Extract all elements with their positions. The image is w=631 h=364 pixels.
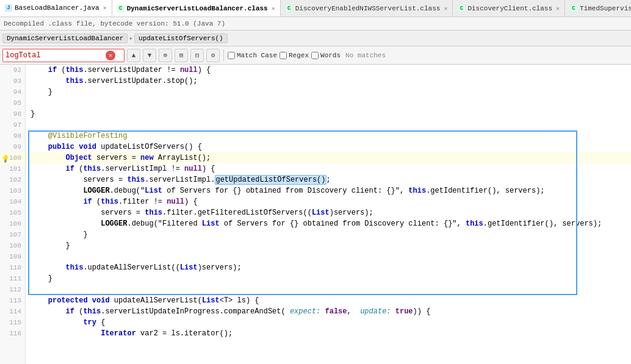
search-input[interactable] [5, 51, 103, 60]
line-number: 108 [0, 240, 25, 251]
table-row [26, 98, 631, 109]
tab-discovery-client[interactable]: C DiscoveryClient.class ✕ [453, 0, 565, 16]
regex-label: Regex [289, 52, 309, 59]
tab-discovery-enabled[interactable]: C DiscoveryEnabledNIWSServerList.class ✕ [281, 0, 453, 16]
line-number: 113 [0, 295, 25, 306]
table-row: } [26, 240, 631, 251]
search-bar: ✕ ▲ ▼ ⊕ ⊞ ⊟ ⚙ Match Case Regex Words No … [0, 46, 631, 65]
breadcrumb-class[interactable]: DynamicServerListLoadBalancer [2, 34, 128, 43]
match-case-option[interactable]: Match Case [228, 52, 277, 59]
search-btn-gear[interactable]: ⚙ [206, 49, 220, 62]
line-number: 94 [0, 87, 25, 98]
table-row: if (this.serverListImpl != null) { [26, 163, 631, 174]
class-file-icon: C [458, 5, 465, 12]
table-row [26, 251, 631, 262]
subtitle-text: Decompiled .class file, bytecode version… [4, 20, 225, 27]
line-number: 💡100 [0, 152, 25, 163]
search-btn-minus[interactable]: ⊟ [190, 49, 204, 62]
tab-close-btn[interactable]: ✕ [272, 5, 275, 12]
subtitle-bar: Decompiled .class file, bytecode version… [0, 17, 631, 30]
line-number: 111 [0, 273, 25, 284]
tab-close-btn[interactable]: ✕ [444, 5, 447, 12]
tab-label: DiscoveryEnabledNIWSServerList.class [295, 5, 441, 12]
line-number: 104 [0, 196, 25, 207]
line-number: 101 [0, 163, 25, 174]
line-number: 93 [0, 76, 25, 87]
table-row: protected void updateAllServerList(List<… [26, 295, 631, 306]
table-row: this.updateAllServerList((List)servers); [26, 262, 631, 273]
line-numbers: 9293949596979899💡10010110210310410510610… [0, 65, 26, 364]
search-clear-button[interactable]: ✕ [106, 51, 115, 60]
line-number: 106 [0, 218, 25, 229]
regex-checkbox[interactable] [279, 52, 287, 59]
table-row: if (this.filter != null) { [26, 196, 631, 207]
line-number: 107 [0, 229, 25, 240]
breadcrumb-class-label: DynamicServerListLoadBalancer [7, 35, 123, 42]
line-number: 98 [0, 130, 25, 141]
class-file-icon: C [570, 5, 577, 12]
line-number: 105 [0, 207, 25, 218]
line-number: 103 [0, 185, 25, 196]
table-row: servers = this.serverListImpl.getUpdated… [26, 174, 631, 185]
table-row [26, 284, 631, 295]
table-row: this.serverListUpdater.stop(); [26, 76, 631, 87]
search-btn-plus[interactable]: ⊞ [175, 49, 188, 62]
tab-dynamic-server[interactable]: C DynamicServerListLoadBalancer.class ✕ [112, 0, 281, 16]
table-row [26, 120, 631, 130]
table-row: @VisibleForTesting [26, 130, 631, 141]
table-row: LOGGER.debug("Filtered List of Servers f… [26, 218, 631, 229]
tab-timed-supervisor[interactable]: C TimedSupervisorTask. ✕ [565, 0, 631, 16]
match-case-checkbox[interactable] [228, 52, 235, 59]
tab-close-btn[interactable]: ✕ [103, 4, 107, 12]
no-matches-label: No matches [345, 52, 386, 59]
search-next-button[interactable]: ▼ [143, 49, 156, 62]
table-row: } [26, 273, 631, 284]
table-row: Object servers = new ArrayList(); [26, 152, 631, 163]
nav-bar: DynamicServerListLoadBalancer ▸ updateLi… [0, 30, 631, 46]
line-number: 109 [0, 251, 25, 262]
code-area: 9293949596979899💡10010110210310410510610… [0, 65, 631, 364]
line-number: 110 [0, 262, 25, 273]
table-row: LOGGER.debug("List of Servers for {} obt… [26, 185, 631, 196]
line-number: 95 [0, 98, 25, 109]
search-separator [223, 49, 224, 62]
regex-option[interactable]: Regex [279, 52, 309, 59]
breadcrumb-method-label: updateListOfServers() [139, 35, 223, 42]
class-file-icon: C [286, 5, 293, 12]
search-find-button[interactable]: ⊕ [159, 49, 172, 62]
table-row: if (this.serverListUpdater != null) { [26, 65, 631, 76]
tab-close-btn[interactable]: ✕ [556, 5, 560, 12]
search-wrapper: ✕ [2, 49, 124, 62]
table-row: } [26, 109, 631, 120]
tab-base-load-balancer[interactable]: J BaseLoadBalancer.java ✕ [0, 0, 112, 16]
tab-label: TimedSupervisorTask. [580, 5, 631, 12]
words-label: Words [320, 52, 341, 59]
table-row: } [26, 229, 631, 240]
line-number: 96 [0, 109, 25, 120]
tab-bar: J BaseLoadBalancer.java ✕ C DynamicServe… [0, 0, 631, 17]
line-number: 116 [0, 328, 25, 339]
line-number: 102 [0, 174, 25, 185]
table-row: if (this.serverListUpdateInProgress.comp… [26, 306, 631, 317]
words-option[interactable]: Words [311, 52, 341, 59]
line-number: 114 [0, 306, 25, 317]
class-file-icon: C [117, 5, 124, 12]
line-number: 99 [0, 141, 25, 152]
java-file-icon: J [5, 4, 12, 12]
line-number: 92 [0, 65, 25, 76]
table-row: } [26, 87, 631, 98]
table-row: servers = this.filter.getFilteredListOfS… [26, 207, 631, 218]
line-number: 97 [0, 120, 25, 130]
line-number: 112 [0, 284, 25, 295]
breadcrumb-sep: ▸ [129, 34, 133, 42]
search-prev-button[interactable]: ▲ [127, 49, 140, 62]
words-checkbox[interactable] [311, 52, 319, 59]
line-number: 115 [0, 317, 25, 328]
tab-label: DiscoveryClient.class [467, 5, 552, 12]
breadcrumb-method[interactable]: updateListOfServers() [134, 34, 228, 43]
tab-label: BaseLoadBalancer.java [15, 4, 99, 12]
code-content[interactable]: if (this.serverListUpdater != null) { th… [26, 65, 631, 364]
match-case-label: Match Case [237, 52, 277, 59]
table-row: public void updateListOfServers() { [26, 141, 631, 152]
table-row: try { [26, 317, 631, 328]
